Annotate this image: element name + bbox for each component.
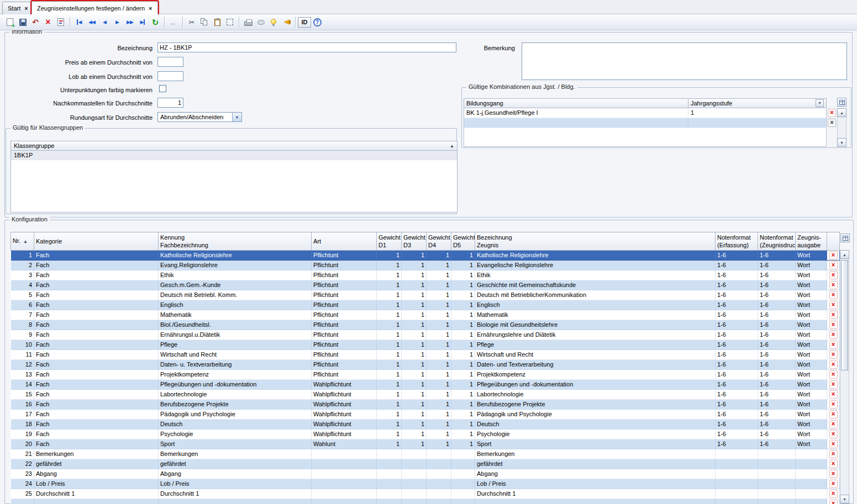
delete-row-button[interactable]: × bbox=[829, 470, 838, 478]
cell-bezeichnung[interactable]: Abgang bbox=[475, 469, 716, 479]
cell-kennung[interactable]: Lob / Preis bbox=[159, 479, 312, 489]
cell-g4[interactable]: 1 bbox=[427, 270, 451, 280]
column-header-bildungsgang[interactable]: Bildungsgang bbox=[464, 98, 688, 108]
cell-nf_erfassung[interactable]: 1-6 bbox=[716, 280, 758, 290]
cell-ausgabe[interactable]: Wort bbox=[796, 360, 827, 370]
cell-g5[interactable]: 1 bbox=[451, 280, 475, 290]
cell-nr[interactable]: 4 bbox=[11, 280, 34, 290]
announce-button[interactable] bbox=[280, 16, 292, 28]
cell-g3[interactable]: 1 bbox=[402, 280, 427, 290]
column-header-kategorie[interactable]: Kategorie bbox=[34, 232, 159, 251]
konfig-row[interactable]: 23AbgangAbgangAbgang× bbox=[11, 469, 840, 479]
cell-kennung[interactable]: Pflege bbox=[159, 340, 312, 350]
cell-nf_druck[interactable]: 1-6 bbox=[758, 360, 796, 370]
cell-nr[interactable]: 5 bbox=[11, 290, 34, 300]
cell-g3[interactable] bbox=[402, 499, 427, 504]
cell-nf_druck[interactable]: 1-6 bbox=[758, 390, 796, 400]
tab-start[interactable]: Start × bbox=[2, 2, 34, 14]
cell-kategorie[interactable]: Fach bbox=[34, 280, 159, 290]
cell-nf_druck[interactable]: 1-6 bbox=[758, 251, 796, 261]
cell-nr[interactable]: 13 bbox=[11, 370, 34, 380]
cell-kategorie[interactable]: Durchschnitt 1 bbox=[34, 489, 159, 499]
cell-art[interactable]: Pflichtunt bbox=[312, 370, 377, 380]
cell-bezeichnung[interactable]: Pflege bbox=[475, 340, 716, 350]
cell-g5[interactable]: 1 bbox=[451, 429, 475, 439]
cell-art[interactable]: Wahlunt bbox=[312, 439, 377, 449]
cell-g3[interactable]: 1 bbox=[402, 350, 427, 360]
cell-g3[interactable]: 1 bbox=[402, 410, 427, 420]
cell-g4[interactable]: 1 bbox=[427, 370, 451, 380]
cell-kennung[interactable]: Biol./Gesundheitsl. bbox=[159, 320, 312, 330]
cell-g1[interactable] bbox=[377, 489, 402, 499]
cell-nf_druck[interactable]: 1-6 bbox=[758, 270, 796, 280]
bemerkung-textarea[interactable] bbox=[522, 43, 847, 80]
cell-g4[interactable]: 1 bbox=[427, 340, 451, 350]
delete-row-button[interactable]: × bbox=[829, 500, 838, 504]
cell-art[interactable]: Pflichtunt bbox=[312, 280, 377, 290]
nav-next-button[interactable]: ▶ bbox=[111, 16, 123, 28]
scroll-up-button[interactable]: ▲ bbox=[837, 108, 847, 117]
column-header-jahrgangsstufe[interactable]: Jahrgangsstufe ▼ bbox=[688, 98, 827, 108]
cell-kennung[interactable]: Gesch.m.Gem.-Kunde bbox=[159, 280, 312, 290]
cell-kategorie[interactable]: Fach bbox=[34, 350, 159, 360]
cell-g1[interactable] bbox=[377, 479, 402, 489]
cell-g5[interactable]: 1 bbox=[451, 390, 475, 400]
cell-g4[interactable] bbox=[427, 469, 451, 479]
cell-g3[interactable]: 1 bbox=[402, 320, 427, 330]
cell-nf_druck[interactable]: 1-6 bbox=[758, 290, 796, 300]
cell-kennung[interactable]: Englisch bbox=[159, 300, 312, 310]
cell-nr[interactable]: 17 bbox=[11, 410, 34, 420]
cell-bezeichnung[interactable]: Biologie mit Gesundheitslehre bbox=[475, 320, 716, 330]
delete-row-button[interactable]: × bbox=[829, 251, 838, 259]
column-header-bezeichnung[interactable]: Bezeichnung Zeugnis bbox=[475, 232, 716, 251]
delete-row-button[interactable]: × bbox=[829, 341, 838, 349]
cell-kennung[interactable]: Mathematik bbox=[159, 310, 312, 320]
cell-ausgabe[interactable]: Wort bbox=[796, 390, 827, 400]
cell-nr[interactable]: 3 bbox=[11, 270, 34, 280]
cell-art[interactable]: Pflichtunt bbox=[312, 300, 377, 310]
cell-nf_druck[interactable] bbox=[758, 479, 796, 489]
cell-nr[interactable]: 18 bbox=[11, 420, 34, 429]
cell-nf_druck[interactable]: 1-6 bbox=[758, 350, 796, 360]
cell-art[interactable]: Pflichtunt bbox=[312, 270, 377, 280]
cell-kategorie[interactable]: Fach bbox=[34, 420, 159, 429]
cell-nr[interactable]: 8 bbox=[11, 320, 34, 330]
cell-nf_druck[interactable]: 1-6 bbox=[758, 300, 796, 310]
cell-g4[interactable]: 1 bbox=[427, 439, 451, 449]
cell-bezeichnung[interactable]: Psychologie bbox=[475, 429, 716, 439]
column-header-ausgabe[interactable]: Zeugnis- ausgabe bbox=[796, 232, 827, 251]
cell-g3[interactable]: 1 bbox=[402, 360, 427, 370]
delete-row-button[interactable]: × bbox=[829, 311, 838, 319]
cell-g4[interactable]: 1 bbox=[427, 261, 451, 270]
cell-g1[interactable]: 1 bbox=[377, 310, 402, 320]
konfig-row[interactable]: 1FachKatholische ReligionslehrePflichtun… bbox=[11, 251, 840, 261]
copy-button[interactable] bbox=[198, 16, 211, 28]
cell-g3[interactable]: 1 bbox=[402, 270, 427, 280]
cell-kategorie[interactable]: Fach bbox=[34, 439, 159, 449]
cell-kennung[interactable]: Evang.Religionslehre bbox=[159, 261, 312, 270]
cell-g4[interactable]: 1 bbox=[427, 300, 451, 310]
cell-nf_erfassung[interactable] bbox=[716, 469, 758, 479]
cell-nf_erfassung[interactable]: 1-6 bbox=[716, 410, 758, 420]
cell-g3[interactable]: 1 bbox=[402, 439, 427, 449]
konfig-row[interactable]: 5FachDeutsch mit Betriebl. Komm.Pflichtu… bbox=[11, 290, 840, 300]
cell-g5[interactable]: 1 bbox=[451, 439, 475, 449]
konfig-row[interactable]: 19FachPsychologieWahlpflichtunt1111Psych… bbox=[11, 429, 840, 439]
cell-kennung[interactable]: Ethik bbox=[159, 270, 312, 280]
paste-button[interactable] bbox=[211, 16, 223, 28]
help-button[interactable]: ? bbox=[311, 16, 323, 28]
cell-g1[interactable]: 1 bbox=[377, 270, 402, 280]
cell-kennung[interactable] bbox=[159, 499, 312, 504]
cell-bezeichnung[interactable]: Katholische Religionslehre bbox=[475, 251, 716, 261]
cell-ausgabe[interactable]: Wort bbox=[796, 420, 827, 429]
cell-g4[interactable] bbox=[427, 459, 451, 469]
cell-ausgabe[interactable]: Wort bbox=[796, 330, 827, 340]
konfig-row[interactable]: 22gefährdetgefährdetgefährdet× bbox=[11, 459, 840, 469]
cell-art[interactable]: Pflichtunt bbox=[312, 251, 377, 261]
cell-g4[interactable]: 1 bbox=[427, 410, 451, 420]
cell-nr[interactable]: 7 bbox=[11, 310, 34, 320]
cell-nf_druck[interactable]: 1-6 bbox=[758, 340, 796, 350]
filter-dropdown-icon[interactable]: ▼ bbox=[816, 99, 824, 107]
cell-g3[interactable]: 1 bbox=[402, 400, 427, 410]
cell-g3[interactable]: 1 bbox=[402, 310, 427, 320]
